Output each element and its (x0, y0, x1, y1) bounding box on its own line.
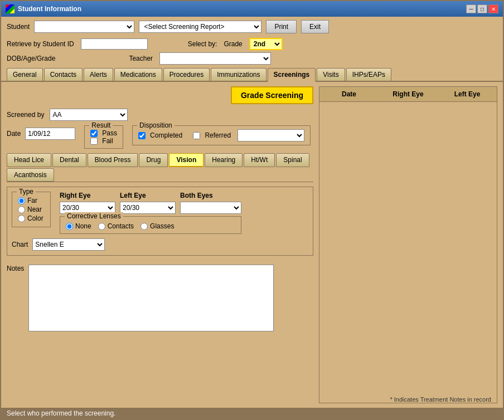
result-group: Result Pass Fail (84, 125, 123, 149)
pass-label: Pass (102, 129, 117, 137)
sub-tab-vision[interactable]: Vision (169, 153, 203, 167)
corrective-group: Corrective Lenses None Contacts (60, 216, 241, 234)
referred-select[interactable] (238, 129, 304, 141)
sub-tab-hearing[interactable]: Hearing (205, 153, 243, 167)
fail-label: Fail (102, 137, 113, 145)
minimize-button[interactable]: ─ (466, 4, 476, 13)
right-eye-column-header: Right Eye (379, 90, 438, 98)
contacts-radio-item: Contacts (98, 222, 134, 230)
main-tabs: General Contacts Alerts Medications Proc… (1, 66, 503, 82)
right-eye-column: Right Eye 20/30 20/20 20/25 20/40 20/50 … (60, 192, 115, 214)
dob-label: DOB/Age/Grade (7, 55, 55, 62)
sub-tab-blood-press[interactable]: Blood Press (88, 153, 138, 167)
app-icon (6, 4, 14, 13)
sub-tab-ht-wt[interactable]: Ht/Wt (244, 153, 275, 167)
exit-button[interactable]: Exit (301, 20, 329, 33)
date-input[interactable] (25, 128, 75, 140)
notes-textarea[interactable] (28, 265, 274, 331)
tab-visits[interactable]: Visits (317, 68, 345, 81)
glasses-radio[interactable] (140, 223, 148, 230)
sub-tabs: Head Lice Dental Blood Press Drug Vision… (7, 153, 313, 182)
print-button[interactable]: Print (266, 20, 297, 33)
disposition-group: Disposition Completed Referred (132, 125, 311, 145)
corrective-label: Corrective Lenses (65, 212, 123, 220)
left-eye-column: Left Eye 20/30 20/20 20/25 20/40 20/50 2… (120, 192, 176, 214)
right-table-header: Date Right Eye Left Eye (319, 87, 497, 102)
select-by-label: Select by: (188, 40, 217, 48)
notes-row: Notes (7, 265, 313, 331)
sub-tab-acanthosis[interactable]: Acanthosis (7, 168, 54, 182)
vision-content: Type Far Near Color (7, 187, 313, 256)
vision-type-row: Type Far Near Color (12, 192, 308, 234)
fail-checkbox[interactable] (90, 138, 98, 145)
tab-screenings[interactable]: Screenings (268, 68, 316, 82)
referred-label: Referred (205, 131, 231, 139)
right-panel: Date Right Eye Left Eye * Indicates Trea… (319, 86, 497, 403)
color-radio[interactable] (18, 215, 25, 222)
referred-checkbox[interactable] (193, 132, 200, 139)
far-radio[interactable] (18, 197, 25, 204)
none-label: None (75, 222, 91, 230)
status-text: Select who performed the screening. (7, 409, 115, 417)
retrieve-row: Retrieve by Student ID Select by: Grade … (1, 37, 503, 51)
fail-row: Fail (90, 137, 117, 145)
none-radio[interactable] (66, 223, 73, 230)
maximize-button[interactable]: □ (477, 4, 487, 13)
both-eyes-column: Both Eyes 20/20 20/25 20/30 (180, 192, 241, 214)
student-select[interactable] (34, 21, 134, 33)
screened-by-select[interactable]: AA (50, 109, 128, 121)
right-table-body (319, 102, 497, 395)
status-bar: Select who performed the screening. (1, 408, 503, 419)
color-label: Color (27, 214, 43, 222)
chart-label: Chart (12, 241, 28, 248)
dob-row: DOB/Age/Grade Teacher (1, 51, 503, 66)
both-eyes-label: Both Eyes (180, 192, 241, 199)
left-eye-select[interactable]: 20/30 20/20 20/25 20/40 20/50 20/70 20/1… (120, 202, 176, 214)
grade-screening-button[interactable]: Grade Screening (231, 86, 313, 104)
chart-select[interactable]: Snellen E Snellen HOTV LEA Symbols (32, 238, 105, 251)
tab-immunizations[interactable]: Immunizations (211, 68, 266, 81)
close-button[interactable]: ✕ (488, 4, 498, 13)
left-panel: Grade Screening Screened by AA Date Resu… (7, 86, 313, 403)
window-title: Student Information (18, 5, 81, 13)
near-radio[interactable] (18, 206, 25, 213)
window-controls: ─ □ ✕ (466, 4, 498, 13)
type-group: Type Far Near Color (12, 192, 51, 227)
student-id-input[interactable] (81, 38, 148, 50)
retrieve-label: Retrieve by Student ID (7, 40, 74, 48)
both-eyes-select[interactable]: 20/20 20/25 20/30 (180, 202, 241, 214)
date-label: Date (7, 130, 21, 138)
tab-medications[interactable]: Medications (114, 68, 162, 81)
sub-tab-spinal[interactable]: Spinal (276, 153, 309, 167)
completed-checkbox[interactable] (138, 132, 146, 139)
result-group-label: Result (89, 121, 113, 129)
student-row: Student <Select Screening Report> Print … (1, 17, 503, 37)
screening-report-select[interactable]: <Select Screening Report> (139, 21, 261, 33)
completed-row: Completed Referred (138, 129, 304, 141)
left-eye-column-header: Left Eye (438, 90, 497, 98)
tab-general[interactable]: General (7, 68, 43, 81)
sub-tab-head-lice[interactable]: Head Lice (7, 153, 51, 167)
near-radio-item: Near (18, 206, 45, 213)
completed-label: Completed (150, 131, 182, 139)
notes-label: Notes (7, 265, 24, 272)
sub-tab-dental[interactable]: Dental (52, 153, 86, 167)
grade-label: Grade (224, 40, 242, 48)
tab-alerts[interactable]: Alerts (84, 68, 113, 81)
result-disposition-row: Date Result Pass Fail (7, 125, 313, 149)
right-eye-label: Right Eye (60, 192, 115, 199)
main-content: Grade Screening Screened by AA Date Resu… (1, 82, 503, 408)
sub-tab-drug[interactable]: Drug (139, 153, 168, 167)
screened-by-label: Screened by (7, 111, 44, 119)
tab-ihps-eaps[interactable]: IHPs/EAPs (346, 68, 391, 81)
tab-contacts[interactable]: Contacts (44, 68, 83, 81)
contacts-radio[interactable] (98, 223, 105, 230)
tab-procedures[interactable]: Procedures (163, 68, 210, 81)
pass-checkbox[interactable] (90, 130, 98, 137)
glasses-label: Glasses (150, 222, 174, 230)
contacts-label: Contacts (108, 222, 134, 230)
teacher-label: Teacher (129, 55, 153, 62)
glasses-radio-item: Glasses (140, 222, 174, 230)
teacher-select[interactable] (159, 52, 271, 65)
grade-select[interactable]: 2nd 1st 3rd (249, 38, 283, 50)
